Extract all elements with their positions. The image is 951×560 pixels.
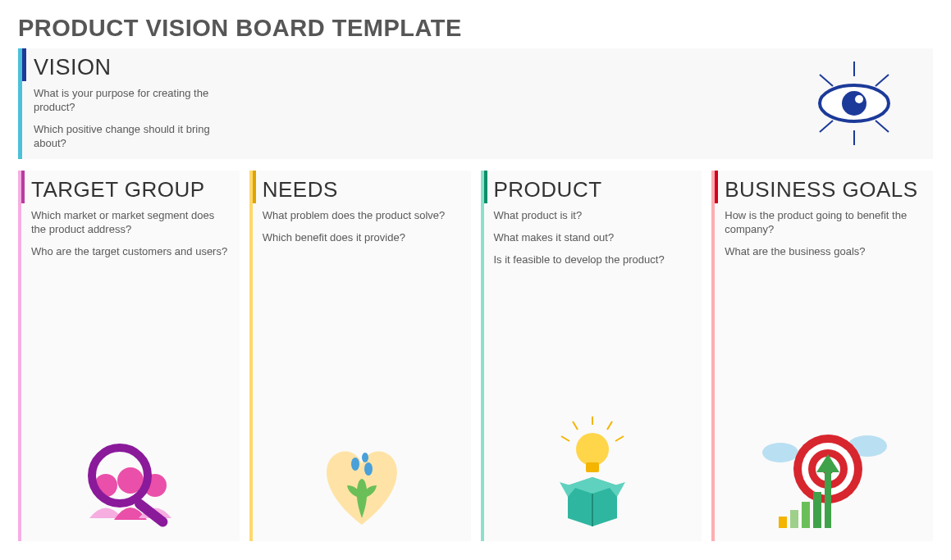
svg-point-29 xyxy=(762,443,798,462)
svg-point-15 xyxy=(362,453,368,462)
accent-bar xyxy=(253,171,256,203)
needs-title: NEEDS xyxy=(263,177,461,203)
svg-line-4 xyxy=(876,75,889,86)
svg-line-21 xyxy=(615,436,624,441)
needs-prompt-2: Which benefit does it provide? xyxy=(263,231,461,245)
needs-icon xyxy=(304,428,419,538)
goals-title: BUSINESS GOALS xyxy=(725,177,923,203)
svg-point-16 xyxy=(364,462,373,476)
product-card: PRODUCT What product is it? What makes i… xyxy=(481,171,702,541)
accent-bar xyxy=(715,171,718,203)
vision-card: VISION What is your purpose for creating… xyxy=(18,48,933,159)
target-title: TARGET GROUP xyxy=(31,177,230,203)
svg-point-22 xyxy=(576,433,609,466)
svg-rect-40 xyxy=(802,502,810,528)
svg-rect-38 xyxy=(779,517,787,528)
svg-point-14 xyxy=(351,458,359,471)
svg-line-19 xyxy=(607,421,612,430)
product-title: PRODUCT xyxy=(494,177,693,203)
accent-bar xyxy=(21,171,25,203)
accent-bar xyxy=(22,48,26,81)
needs-card: NEEDS What problem does the product solv… xyxy=(249,171,471,541)
product-prompt-3: Is it feasible to develop the product? xyxy=(494,253,693,267)
svg-line-2 xyxy=(820,75,833,86)
target-prompt-2: Who are the target customers and users? xyxy=(31,245,230,259)
svg-rect-41 xyxy=(813,492,821,528)
svg-line-18 xyxy=(573,421,578,430)
svg-point-7 xyxy=(842,91,866,116)
page-title: PRODUCT VISION BOARD TEMPLATE xyxy=(18,15,933,42)
svg-line-5 xyxy=(820,121,833,132)
vision-title: VISION xyxy=(34,55,240,80)
svg-point-8 xyxy=(855,95,863,103)
vision-prompt-2: Which positive change should it bring ab… xyxy=(34,123,240,151)
svg-rect-23 xyxy=(586,462,599,472)
target-group-card: TARGET GROUP Which market or market segm… xyxy=(18,171,240,541)
target-group-icon xyxy=(69,428,192,538)
svg-rect-39 xyxy=(790,510,798,528)
needs-prompt-1: What problem does the product solve? xyxy=(263,209,461,223)
product-prompt-1: What product is it? xyxy=(494,209,693,223)
product-icon xyxy=(535,412,650,538)
eye-icon xyxy=(805,58,903,152)
business-goals-icon xyxy=(754,420,894,538)
svg-line-20 xyxy=(561,436,569,441)
business-goals-card: BUSINESS GOALS How is the product going … xyxy=(711,171,933,541)
svg-rect-36 xyxy=(825,467,831,528)
vision-prompt-1: What is your purpose for creating the pr… xyxy=(34,87,240,115)
goals-prompt-2: What are the business goals? xyxy=(725,245,923,259)
svg-line-3 xyxy=(876,121,889,132)
accent-bar xyxy=(484,171,487,203)
product-prompt-2: What makes it stand out? xyxy=(494,231,693,245)
goals-prompt-1: How is the product going to benefit the … xyxy=(725,209,923,237)
target-prompt-1: Which market or market segment does the … xyxy=(31,209,230,237)
